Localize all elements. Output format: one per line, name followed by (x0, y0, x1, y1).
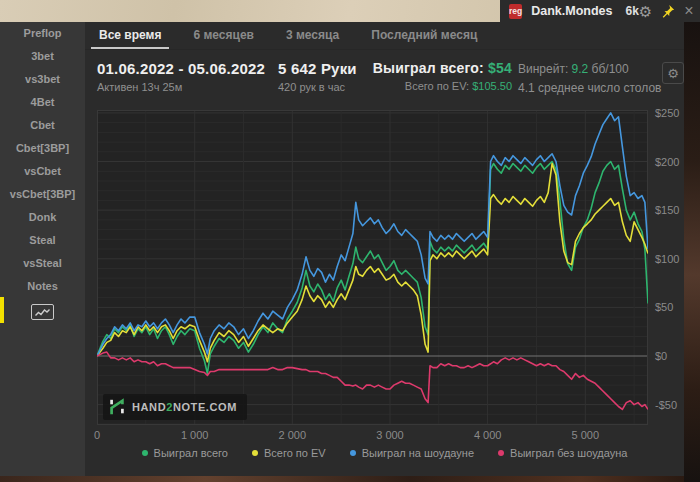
active-time: Активен 13ч 25м (97, 81, 265, 93)
y-axis-label: -$50 (655, 399, 684, 411)
sidebar-item-4bet[interactable]: 4Bet (0, 91, 85, 114)
winrate-value: 9.2 (572, 62, 589, 76)
y-axis-label: $50 (655, 301, 684, 313)
sidebar-item-donk[interactable]: Donk (0, 206, 85, 229)
screen: reg Dank.Mondes 6k ⚙ × Preflop3betvs3bet… (0, 0, 700, 482)
y-axis-label: $150 (655, 204, 684, 216)
y-axis-label: $250 (655, 107, 684, 119)
chart-legend: Выиграл всегоВсего по EVВыиграл на шоуда… (85, 447, 684, 459)
hands-per-hour: 420 рук в час (278, 81, 357, 93)
sidebar-item-vs3bet[interactable]: vs3bet (0, 68, 85, 91)
period-tabs: Все время6 месяцев3 месяцаПоследний меся… (85, 22, 684, 50)
hud-title-bar: reg Dank.Mondes 6k ⚙ × (500, 0, 700, 22)
gear-icon: ⚙ (667, 66, 679, 81)
close-icon[interactable]: × (684, 4, 693, 18)
sidebar-item-steal[interactable]: Steal (0, 229, 85, 252)
legend-label: Выиграл на шоудауне (362, 447, 474, 459)
y-axis-label: $200 (655, 156, 684, 168)
h2n-logo-text: HAND2NOTE.COM (132, 401, 237, 413)
tab-последний-месяц[interactable]: Последний месяц (363, 22, 485, 49)
sidebar-item-preflop[interactable]: Preflop (0, 22, 85, 45)
sidebar-item-vscbet3bp[interactable]: vsCbet[3BP] (0, 183, 85, 206)
legend-label: Всего по EV (264, 447, 326, 459)
x-axis-label: 4 000 (474, 429, 502, 441)
sidebar-item-cbet[interactable]: Cbet (0, 114, 85, 137)
stack-size: 6k (626, 4, 639, 18)
legend-label: Выиграл всего (154, 447, 228, 459)
legend-dot-icon (498, 450, 504, 456)
sidebar-item-notes[interactable]: Notes (0, 275, 85, 298)
legend-dot-icon (350, 450, 356, 456)
reg-badge: reg (509, 4, 522, 19)
legend-label: Выиграл без шоудауна (510, 447, 627, 459)
x-axis-label: 0 (94, 429, 100, 441)
x-axis-label: 5 000 (572, 429, 600, 441)
won-total: Выиграл всего: $54 (370, 60, 512, 76)
h2n-logo-icon (108, 398, 126, 416)
chart-settings-button[interactable]: ⚙ (662, 62, 684, 84)
legend-item[interactable]: Всего по EV (252, 447, 326, 459)
sidebar: Preflop3betvs3bet4BetCbetCbet[3BP]vsCbet… (0, 22, 85, 476)
y-axis-label: $100 (655, 253, 684, 265)
legend-dot-icon (252, 450, 258, 456)
pin-icon[interactable] (661, 4, 675, 18)
gear-icon[interactable]: ⚙ (639, 4, 652, 19)
tab-3-месяца[interactable]: 3 месяца (278, 22, 347, 49)
hands-count: 5 642 Руки (278, 60, 357, 77)
sidebar-item-vssteal[interactable]: vsSteal (0, 252, 85, 275)
date-range: 01.06.2022 - 05.06.2022 (97, 60, 265, 77)
ev-total-value: $105.50 (472, 80, 512, 92)
avg-tables: 4.1 среднее число столов (518, 81, 661, 95)
sidebar-item-graph[interactable] (0, 304, 85, 320)
desktop-background-right (684, 22, 700, 482)
player-name: Dank.Mondes (531, 4, 612, 18)
legend-dot-icon (142, 450, 148, 456)
winrate: Винрейт: 9.2 бб/100 (518, 62, 661, 76)
ev-total: Всего по EV: $105.50 (370, 80, 512, 92)
sidebar-item-cbet3bp[interactable]: Cbet[3BP] (0, 137, 85, 160)
y-axis-label: $0 (655, 350, 684, 362)
graph-panel: Все время6 месяцев3 месяцаПоследний меся… (85, 22, 684, 476)
x-axis-label: 2 000 (279, 429, 307, 441)
sidebar-item-3bet[interactable]: 3bet (0, 45, 85, 68)
h2n-logo: HAND2NOTE.COM (103, 394, 247, 420)
desktop-background-bottom (0, 476, 684, 482)
chart-plot[interactable]: HAND2NOTE.COM (97, 110, 648, 425)
legend-item[interactable]: Выиграл всего (142, 447, 228, 459)
legend-item[interactable]: Выиграл без шоудауна (498, 447, 627, 459)
legend-item[interactable]: Выиграл на шоудауне (350, 447, 474, 459)
line-chart-icon (31, 304, 54, 320)
sidebar-item-vscbet[interactable]: vsCbet (0, 160, 85, 183)
tab-все-время[interactable]: Все время (91, 22, 169, 49)
hand2note-popup-window: Preflop3betvs3bet4BetCbetCbet[3BP]vsCbet… (0, 22, 684, 476)
desktop-yellow-strip (0, 297, 4, 323)
x-axis-label: 1 000 (181, 429, 209, 441)
won-total-value: $54 (488, 60, 512, 76)
tab-6-месяцев[interactable]: 6 месяцев (185, 22, 262, 49)
x-axis-label: 3 000 (376, 429, 404, 441)
